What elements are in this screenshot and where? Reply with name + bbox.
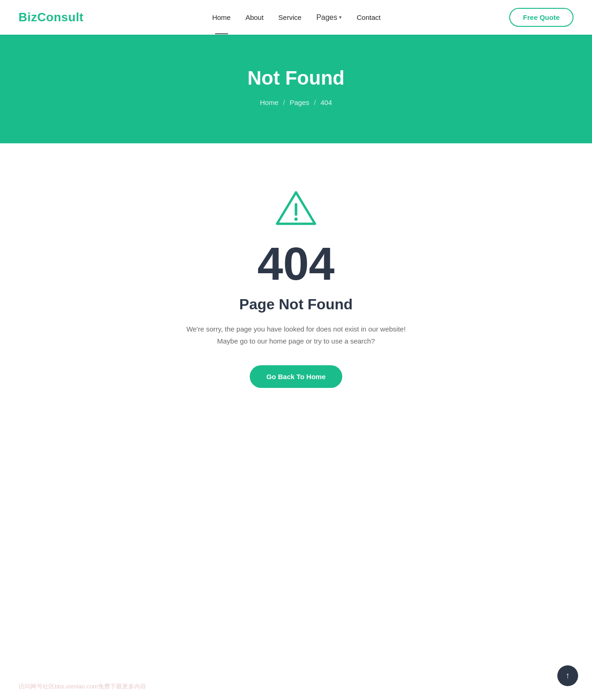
warning-icon: [275, 190, 317, 227]
breadcrumb-pages[interactable]: Pages: [290, 98, 309, 106]
breadcrumb-current: 404: [321, 98, 332, 106]
scroll-to-top-button[interactable]: ↑: [557, 665, 578, 686]
go-back-home-button[interactable]: Go Back To Home: [250, 365, 342, 388]
error-title: Page Not Found: [18, 296, 574, 313]
hero-title: Not Found: [18, 67, 574, 89]
footer-watermark: 访问网号社区bbs.xieniao.com免费下载更多内容: [18, 682, 146, 691]
nav-about[interactable]: About: [246, 13, 264, 21]
nav-service[interactable]: Service: [278, 13, 302, 21]
nav-home[interactable]: Home: [212, 13, 231, 21]
error-description: We're sorry, the page you have looked fo…: [18, 323, 574, 347]
svg-point-2: [295, 218, 298, 221]
nav-pages[interactable]: Pages ▾: [316, 13, 342, 22]
error-desc-line1: We're sorry, the page you have looked fo…: [186, 325, 406, 333]
site-header: BizConsult Home About Service Pages ▾ Co…: [0, 0, 592, 35]
main-nav: Home About Service Pages ▾ Contact: [212, 13, 381, 22]
breadcrumb-separator-2: /: [314, 98, 316, 106]
error-desc-line2: Maybe go to our home page or try to use …: [217, 337, 375, 345]
breadcrumb: Home / Pages / 404: [18, 98, 574, 106]
nav-contact[interactable]: Contact: [357, 13, 381, 21]
scroll-top-icon: ↑: [566, 671, 570, 681]
breadcrumb-separator-1: /: [283, 98, 285, 106]
chevron-down-icon: ▾: [339, 14, 342, 20]
hero-banner: Not Found Home / Pages / 404: [0, 35, 592, 143]
error-code: 404: [18, 240, 574, 287]
free-quote-button[interactable]: Free Quote: [509, 8, 574, 27]
error-section: 404 Page Not Found We're sorry, the page…: [0, 143, 592, 443]
site-logo[interactable]: BizConsult: [18, 10, 84, 25]
nav-pages-label: Pages: [316, 13, 337, 22]
breadcrumb-home[interactable]: Home: [260, 98, 278, 106]
